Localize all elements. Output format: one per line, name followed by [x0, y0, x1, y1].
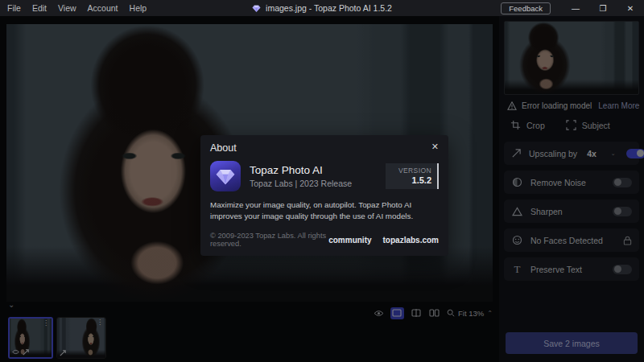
menu-account[interactable]: Account	[88, 3, 118, 13]
app-window: File Edit View Account Help images.jpg -…	[0, 0, 644, 362]
topaz-app-icon	[210, 161, 241, 191]
close-button[interactable]: ✕	[617, 0, 644, 16]
feedback-button[interactable]: Feedback	[501, 2, 551, 14]
dialog-title: About	[210, 142, 237, 154]
menu-edit[interactable]: Edit	[32, 3, 47, 13]
topazlabs-link[interactable]: topazlabs.com	[383, 236, 439, 245]
dialog-close-icon[interactable]: ✕	[431, 142, 439, 151]
community-link[interactable]: community	[328, 236, 371, 245]
menu-view[interactable]: View	[58, 3, 76, 13]
version-badge: VERSION 1.5.2	[386, 163, 439, 189]
minimize-button[interactable]: —	[562, 0, 589, 16]
app-name: Topaz Photo AI	[250, 164, 352, 176]
copyright-text: © 2009-2023 Topaz Labs. All rights reser…	[210, 232, 328, 248]
version-label: VERSION	[389, 167, 431, 175]
window-controls: — ❐ ✕	[562, 0, 644, 16]
document-title: images.jpg - Topaz Photo AI 1.5.2	[266, 3, 392, 13]
maximize-button[interactable]: ❐	[589, 0, 617, 16]
about-dialog: About ✕ Topaz Photo AI Topaz Labs | 2023…	[200, 135, 448, 256]
menu-bar: File Edit View Account Help	[0, 3, 147, 13]
app-subtitle: Topaz Labs | 2023 Release	[250, 179, 352, 188]
topaz-diamond-icon	[252, 4, 261, 13]
menu-help[interactable]: Help	[130, 3, 147, 13]
menu-file[interactable]: File	[7, 3, 21, 13]
titlebar: File Edit View Account Help images.jpg -…	[0, 0, 644, 16]
version-value: 1.5.2	[389, 175, 431, 185]
dialog-description: Maximize your image quality, on autopilo…	[210, 200, 439, 222]
